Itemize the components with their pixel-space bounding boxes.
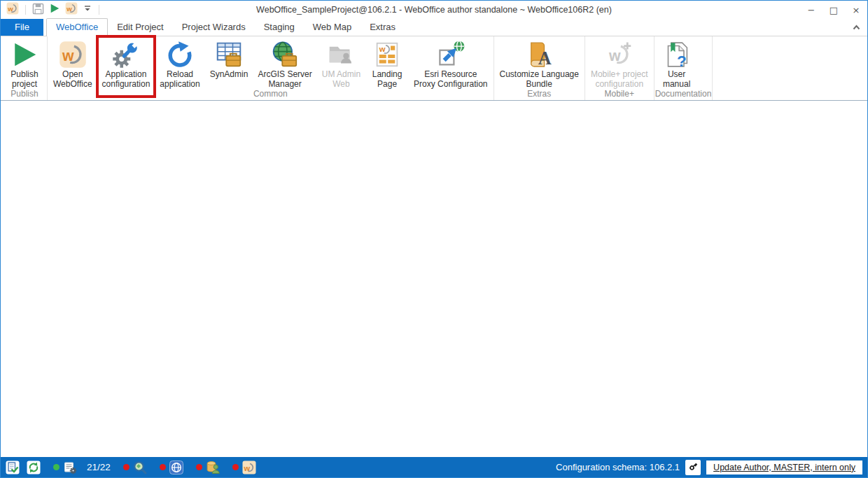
ribbon-button-publish-project[interactable]: Publishproject — [3, 38, 46, 89]
config-schema-text: Configuration schema: 106.2.1 — [556, 462, 680, 472]
quick-access-toolbar: w w — [1, 1, 102, 18]
ribbon-group-label: Documentation — [655, 89, 712, 100]
ribbon-button-label: SynAdmin — [210, 70, 248, 80]
um-admin-web-icon — [327, 39, 355, 70]
database-user-status[interactable] — [196, 461, 220, 475]
maximize-button[interactable]: □ — [822, 1, 845, 19]
service-counter: 21/22 — [87, 462, 111, 472]
ribbon-group-extras: ACustomize LanguageBundleExtras — [494, 36, 585, 100]
main-content — [1, 101, 867, 457]
collapse-ribbon-button[interactable] — [853, 20, 860, 33]
sync-status[interactable] — [27, 461, 41, 475]
toolbar-separator — [25, 5, 26, 15]
ribbon-button-user-manual[interactable]: ?Usermanual — [655, 38, 699, 89]
ribbon-button-label: ArcGIS ServerManager — [258, 70, 312, 89]
close-button[interactable]: × — [845, 1, 867, 19]
st-globe-icon — [169, 461, 183, 475]
ribbon-button-synadmin[interactable]: SynAdmin — [205, 38, 253, 89]
ribbon-button-label: Customize LanguageBundle — [500, 70, 579, 89]
ribbon-group-common: w OpenWebOffice Applicationconfiguration… — [48, 36, 494, 100]
ribbon-button-arcgis-server-manager[interactable]: ArcGIS ServerManager — [253, 38, 316, 89]
weboffice-service-status[interactable]: w — [232, 461, 256, 475]
synadmin-icon — [215, 39, 243, 70]
st-server-icon — [63, 461, 77, 475]
search-service-status[interactable] — [123, 461, 147, 475]
ribbon-button-open-weboffice[interactable]: w OpenWebOffice — [48, 38, 97, 89]
status-right: Configuration schema: 106.2.1 Update Aut… — [556, 460, 862, 475]
tab-extras[interactable]: Extras — [360, 19, 405, 36]
app-config-icon — [112, 39, 140, 70]
ribbon-group-label: Mobile+ — [586, 89, 653, 100]
ok-dot — [53, 464, 59, 470]
landing-page-icon: w — [373, 39, 401, 70]
tab-web-map[interactable]: Web Map — [304, 19, 360, 36]
ribbon-button-label: OpenWebOffice — [53, 70, 92, 89]
ribbon-button-reload-application[interactable]: Reloadapplication — [155, 38, 204, 89]
qat-qat-menu-button[interactable] — [81, 3, 94, 17]
ribbon-group-documentation: ?UsermanualDocumentation — [654, 36, 713, 100]
ribbon-group-publish: PublishprojectPublish — [2, 36, 48, 100]
server-status[interactable] — [53, 461, 77, 475]
qat-menu-icon — [83, 3, 92, 16]
tab-file[interactable]: File — [1, 19, 43, 36]
ribbon-button-application-configuration[interactable]: Applicationconfiguration — [97, 38, 155, 89]
ribbon-button-label: Esri ResourceProxy Configuration — [414, 70, 487, 89]
status-left: 21/22 w — [6, 461, 256, 475]
ribbon-button-label: LandingPage — [372, 70, 402, 89]
ribbon-group-label: Extras — [495, 89, 584, 100]
ribbon-button-label: Reloadapplication — [160, 70, 200, 89]
ribbon-button-label: Usermanual — [663, 70, 690, 89]
run-icon — [49, 3, 60, 17]
status-bar: 21/22 w Configuration schema: 106.2.1 Up… — [1, 457, 867, 477]
ribbon-button-esri-resource-proxy-configuration[interactable]: Esri ResourceProxy Configuration — [409, 38, 492, 89]
svg-text:w: w — [7, 5, 13, 13]
tab-project-wizards[interactable]: Project Wizards — [173, 19, 255, 36]
st-doc-check-icon — [6, 461, 20, 475]
error-dot — [232, 464, 239, 470]
error-dot — [196, 464, 202, 470]
ribbon-button-mobile-project-configuration: w Mobile+ projectconfiguration — [586, 38, 653, 89]
st-sync-icon — [27, 461, 41, 475]
project-status[interactable] — [6, 461, 20, 475]
ribbon-tab-bar: FileWebOfficeEdit ProjectProject Wizards… — [1, 19, 867, 36]
minimize-button[interactable]: − — [800, 1, 822, 19]
app-window: w w WebOffice_SampleProject@106.2.1 - We… — [0, 0, 868, 478]
language-bundle-icon: A — [525, 39, 553, 70]
mobile-config-icon: w — [606, 39, 634, 70]
ribbon-button-um-admin-web: UM AdminWeb — [317, 38, 365, 89]
tab-edit-project[interactable]: Edit Project — [108, 19, 172, 36]
key-button[interactable] — [685, 460, 701, 475]
qat-run-button[interactable] — [48, 2, 62, 17]
tab-weboffice[interactable]: WebOffice — [46, 18, 108, 36]
ribbon-button-label: Applicationconfiguration — [102, 70, 150, 89]
tab-staging[interactable]: Staging — [255, 19, 304, 36]
publish-play-icon — [10, 39, 38, 70]
web-service-status[interactable] — [160, 461, 183, 475]
st-search-icon — [133, 461, 147, 475]
qat-weboffice-app-button[interactable]: w — [5, 1, 20, 18]
svg-text:w: w — [379, 45, 386, 53]
window-controls: −□× — [800, 1, 867, 19]
save-icon — [32, 3, 44, 17]
ribbon-button-label: Mobile+ projectconfiguration — [591, 70, 648, 89]
ribbon-button-label: UM AdminWeb — [322, 70, 360, 89]
error-dot — [160, 464, 166, 470]
ribbon-tabs: FileWebOfficeEdit ProjectProject Wizards… — [1, 19, 405, 36]
arcgis-manager-icon — [271, 39, 299, 70]
ribbon-button-landing-page[interactable]: w LandingPage — [365, 38, 409, 89]
user-manual-icon: ? — [663, 39, 691, 70]
svg-text:?: ? — [677, 52, 687, 69]
ribbon: PublishprojectPublish w OpenWebOffice Ap… — [1, 36, 867, 101]
reload-icon — [166, 39, 194, 70]
update-author-button[interactable]: Update Author, MASTER, intern only — [706, 461, 862, 475]
weboffice-icon: w — [65, 2, 78, 17]
key-icon — [688, 461, 699, 474]
ribbon-button-customize-language-bundle[interactable]: ACustomize LanguageBundle — [495, 38, 584, 89]
weboffice-app-icon: w — [6, 2, 19, 17]
window-title: WebOffice_SampleProject@106.2.1 - WebOff… — [1, 1, 867, 19]
ribbon-group-mobile: w Mobile+ projectconfigurationMobile+ — [585, 36, 654, 100]
ribbon-group-label: Publish — [3, 89, 46, 100]
qat-save-button[interactable] — [31, 2, 46, 18]
qat-weboffice-button[interactable]: w — [64, 1, 79, 18]
toolbar-separator — [99, 5, 99, 15]
